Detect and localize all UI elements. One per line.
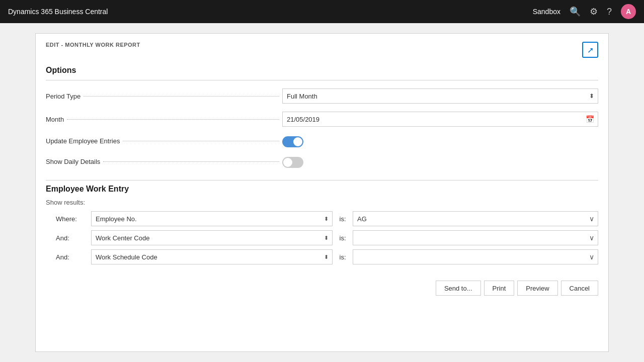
dialog-header: EDIT - MONTHLY WORK REPORT ➚ <box>36 34 608 62</box>
period-type-select[interactable]: Full Month Week Day <box>282 88 598 104</box>
update-employee-entries-dots <box>123 141 279 141</box>
send-to-button[interactable]: Send to... <box>436 281 481 296</box>
filter-row-2-field-wrapper: Employee No. Work Center Code Work Sched… <box>91 230 333 245</box>
period-type-label: Period Type <box>46 93 80 100</box>
help-icon[interactable]: ? <box>607 7 612 17</box>
calendar-icon[interactable]: 📅 <box>586 115 594 123</box>
filter-row-2-is: is: <box>338 234 348 242</box>
options-section-title: Options <box>46 66 598 75</box>
month-control: 📅 <box>282 112 598 127</box>
period-type-dots <box>84 96 279 97</box>
options-section: Options Period Type Full Month Week Day <box>36 62 608 180</box>
options-divider <box>46 80 598 80</box>
filter-row-2: And: Employee No. Work Center Code Work … <box>56 230 598 245</box>
dialog-title: EDIT - MONTHLY WORK REPORT <box>46 42 140 48</box>
main-area: EDIT - MONTHLY WORK REPORT ➚ Options Per… <box>0 23 644 362</box>
filter-row-3: And: Employee No. Work Center Code Work … <box>56 249 598 264</box>
month-dots <box>67 119 279 120</box>
filter-row-2-value-select[interactable] <box>353 230 598 245</box>
filter-row-1-prefix: Where: <box>56 215 86 223</box>
month-label-wrap: Month <box>46 116 282 123</box>
show-daily-details-label: Show Daily Details <box>46 158 100 165</box>
filter-row-2-value-wrapper <box>353 230 598 245</box>
update-employee-entries-label: Update Employee Entries <box>46 137 120 145</box>
period-type-control: Full Month Week Day <box>282 88 598 104</box>
filter-row-1-field-select[interactable]: Employee No. Work Center Code Work Sched… <box>91 211 333 226</box>
topbar-left: Dynamics 365 Business Central <box>8 8 108 16</box>
cancel-button[interactable]: Cancel <box>561 281 598 296</box>
avatar[interactable]: A <box>621 4 636 19</box>
filter-row-3-field-select[interactable]: Employee No. Work Center Code Work Sched… <box>91 249 333 264</box>
employee-work-entry-section: Employee Work Entry Show results: Where:… <box>36 180 608 273</box>
update-employee-entries-row: Update Employee Entries <box>46 131 598 151</box>
filter-row-1-value-wrapper: AG <box>353 211 598 226</box>
filter-row-3-value-select[interactable] <box>353 249 598 264</box>
show-results-label: Show results: <box>46 199 598 206</box>
filter-row-2-field-select[interactable]: Employee No. Work Center Code Work Sched… <box>91 230 333 245</box>
print-button[interactable]: Print <box>484 281 515 296</box>
filter-row-2-prefix: And: <box>56 234 86 242</box>
employee-work-entry-title: Employee Work Entry <box>46 185 598 194</box>
show-daily-details-toggle[interactable] <box>282 157 303 168</box>
filter-row-3-prefix: And: <box>56 253 86 261</box>
filter-row-1: Where: Employee No. Work Center Code Wor… <box>56 211 598 226</box>
show-daily-details-label-wrap: Show Daily Details <box>46 158 282 165</box>
month-input-wrapper: 📅 <box>282 112 598 127</box>
month-label: Month <box>46 116 64 123</box>
month-input[interactable] <box>282 112 598 127</box>
update-employee-entries-label-wrap: Update Employee Entries <box>46 137 282 145</box>
show-daily-details-dots <box>103 161 279 162</box>
filter-row-3-value-wrapper <box>353 249 598 264</box>
filter-rows: Where: Employee No. Work Center Code Wor… <box>46 211 598 264</box>
dialog-footer: Send to... Print Preview Cancel <box>36 273 608 296</box>
month-row: Month 📅 <box>46 108 598 131</box>
update-employee-entries-control <box>282 135 598 147</box>
show-daily-details-toggle-wrapper <box>282 157 303 168</box>
dialog: EDIT - MONTHLY WORK REPORT ➚ Options Per… <box>35 33 609 352</box>
app-title: Dynamics 365 Business Central <box>8 8 108 16</box>
period-type-label-wrap: Period Type <box>46 93 282 100</box>
filter-row-1-is: is: <box>338 215 348 223</box>
environment-label: Sandbox <box>533 8 560 16</box>
settings-icon[interactable]: ⚙ <box>590 6 598 17</box>
expand-button[interactable]: ➚ <box>582 42 598 58</box>
filter-row-3-is: is: <box>338 253 348 261</box>
show-daily-details-control <box>282 155 598 168</box>
filter-row-1-value-select[interactable]: AG <box>353 211 598 226</box>
update-employee-entries-toggle-wrapper <box>282 136 303 147</box>
expand-icon: ➚ <box>587 45 594 55</box>
update-employee-entries-toggle[interactable] <box>282 136 303 147</box>
topbar-right: Sandbox 🔍 ⚙ ? A <box>533 4 636 19</box>
period-type-select-wrapper: Full Month Week Day <box>282 88 598 104</box>
search-icon[interactable]: 🔍 <box>570 6 581 17</box>
avatar-initial: A <box>626 8 631 16</box>
topbar: Dynamics 365 Business Central Sandbox 🔍 … <box>0 0 644 23</box>
show-daily-details-row: Show Daily Details <box>46 151 598 172</box>
preview-button[interactable]: Preview <box>517 281 557 296</box>
filter-row-3-field-wrapper: Employee No. Work Center Code Work Sched… <box>91 249 333 264</box>
period-type-row: Period Type Full Month Week Day <box>46 84 598 108</box>
filter-row-1-field-wrapper: Employee No. Work Center Code Work Sched… <box>91 211 333 226</box>
